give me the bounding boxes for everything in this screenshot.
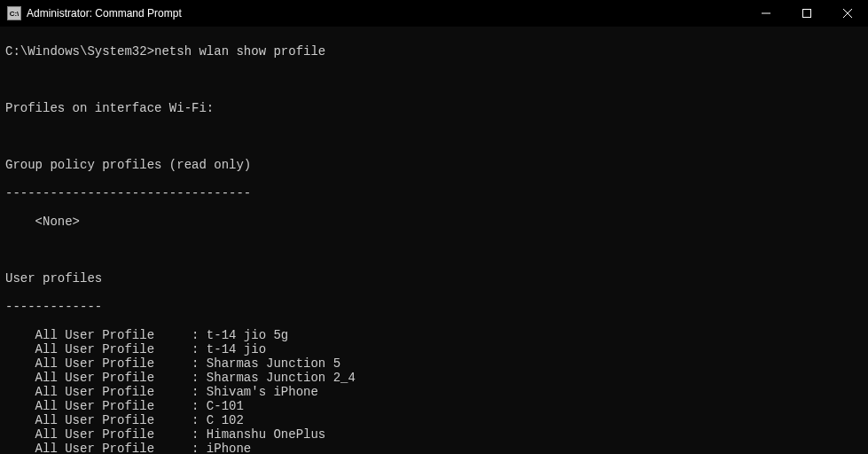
profile-name: Shivam's iPhone bbox=[207, 385, 318, 399]
profile-name: Sharmas Junction 2_4 bbox=[207, 371, 356, 385]
profile-label: All User Profile : bbox=[5, 342, 207, 356]
profile-row: All User Profile : Sharmas Junction 2_4 bbox=[5, 371, 863, 385]
blank-line bbox=[5, 73, 863, 87]
profile-label: All User Profile : bbox=[5, 442, 207, 454]
profile-row: All User Profile : Sharmas Junction 5 bbox=[5, 356, 863, 371]
profile-name: iPhone bbox=[207, 442, 251, 454]
profile-label: All User Profile : bbox=[5, 399, 207, 413]
maximize-icon bbox=[802, 9, 811, 18]
maximize-button[interactable] bbox=[786, 0, 827, 27]
window-controls bbox=[746, 0, 868, 27]
cmd-icon: C:\ bbox=[7, 6, 21, 20]
divider: --------------------------------- bbox=[5, 186, 863, 200]
profile-name: t-14 jio 5g bbox=[207, 328, 288, 342]
profile-row: All User Profile : C-101 bbox=[5, 399, 863, 413]
profile-label: All User Profile : bbox=[5, 385, 207, 399]
profile-label: All User Profile : bbox=[5, 413, 207, 427]
close-button[interactable] bbox=[827, 0, 868, 27]
user-profiles-header: User profiles bbox=[5, 271, 863, 286]
profile-name: Himanshu OnePlus bbox=[207, 427, 325, 442]
minimize-button[interactable] bbox=[746, 0, 786, 27]
profile-name: C-101 bbox=[207, 399, 244, 413]
profile-name: C 102 bbox=[207, 413, 244, 427]
group-policy-header: Group policy profiles (read only) bbox=[5, 158, 863, 172]
prompt-line: C:\Windows\System32>netsh wlan show prof… bbox=[5, 44, 863, 59]
titlebar-left: C:\ Administrator: Command Prompt bbox=[7, 6, 182, 20]
profile-row: All User Profile : iPhone bbox=[5, 442, 863, 454]
interface-header: Profiles on interface Wi-Fi: bbox=[5, 101, 863, 115]
prompt-command: netsh wlan show profile bbox=[154, 44, 325, 59]
blank-line bbox=[5, 243, 863, 257]
profile-row: All User Profile : C 102 bbox=[5, 413, 863, 427]
svg-rect-1 bbox=[803, 10, 811, 18]
profile-label: All User Profile : bbox=[5, 371, 207, 385]
profile-name: t-14 jio bbox=[207, 342, 266, 356]
terminal-output[interactable]: C:\Windows\System32>netsh wlan show prof… bbox=[0, 27, 868, 454]
prompt-path: C:\Windows\System32> bbox=[5, 44, 154, 59]
profile-row: All User Profile : Shivam's iPhone bbox=[5, 385, 863, 399]
profile-row: All User Profile : Himanshu OnePlus bbox=[5, 427, 863, 442]
profile-label: All User Profile : bbox=[5, 328, 207, 342]
close-icon bbox=[843, 9, 852, 18]
profile-label: All User Profile : bbox=[5, 356, 207, 371]
profile-name: Sharmas Junction 5 bbox=[207, 356, 340, 371]
divider: ------------- bbox=[5, 300, 863, 314]
blank-line bbox=[5, 129, 863, 144]
titlebar[interactable]: C:\ Administrator: Command Prompt bbox=[0, 0, 868, 27]
window-title: Administrator: Command Prompt bbox=[27, 7, 182, 20]
profile-row: All User Profile : t-14 jio bbox=[5, 342, 863, 356]
minimize-icon bbox=[762, 9, 770, 18]
group-policy-value: <None> bbox=[5, 215, 863, 229]
profile-row: All User Profile : t-14 jio 5g bbox=[5, 328, 863, 342]
profile-label: All User Profile : bbox=[5, 427, 207, 442]
